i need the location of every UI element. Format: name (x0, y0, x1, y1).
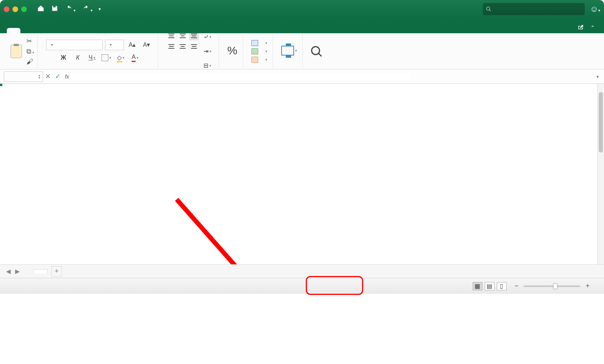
ribbon-tabs: ⌃ (0, 18, 604, 33)
zoom-slider[interactable]: − + (513, 282, 591, 290)
clipboard-group: ✂ ⧉▾ 🖌 (7, 35, 38, 68)
undo-icon[interactable]: ▾ (65, 5, 76, 14)
tab-view[interactable] (88, 28, 102, 33)
styles-group: ▾ ▾ ▾ (246, 35, 273, 68)
format-painter-icon[interactable]: 🖌 (26, 58, 34, 66)
page-layout-view-button[interactable]: ▤ (485, 282, 495, 290)
cell-styles-button[interactable]: ▾ (251, 57, 267, 63)
zoom-window-button[interactable] (21, 6, 27, 12)
redo-icon[interactable]: ▾ (82, 5, 92, 14)
formula-input[interactable] (71, 73, 411, 80)
annotation-arrow (175, 198, 379, 264)
svg-line-1 (489, 10, 491, 11)
increase-font-icon[interactable]: A▴ (126, 39, 138, 51)
search-input[interactable] (493, 6, 581, 12)
paste-icon[interactable] (10, 44, 23, 59)
share-button[interactable]: ⌃ (575, 24, 597, 33)
save-icon[interactable] (51, 5, 59, 14)
search-box[interactable] (483, 3, 585, 15)
fx-label[interactable]: fx (65, 74, 69, 80)
page-break-view-button[interactable]: ▯ (497, 282, 507, 290)
collapse-ribbon-icon[interactable]: ⌃ (590, 25, 595, 31)
alignment-group: ⤶▾ ⇥▾ ⊟▾ (161, 35, 219, 68)
vertical-scrollbar[interactable] (597, 84, 604, 264)
enter-edit-icon[interactable]: ✓ (55, 72, 60, 80)
ribbon: ✂ ⧉▾ 🖌 ▾ ▾ A▴ A▾ Ж К Ч▾ ▾ ◇▾ А▾ (0, 33, 604, 69)
sheet-tab-bar: ◀ ▶ + (0, 264, 604, 278)
align-bottom-right[interactable] (189, 42, 199, 51)
name-box[interactable]: ▴▾ (4, 71, 43, 82)
formula-bar: ▴▾ ✕ ✓ fx ▾ (0, 69, 604, 84)
borders-button[interactable]: ▾ (100, 52, 112, 63)
align-bottom-left[interactable] (166, 42, 176, 51)
tab-review[interactable] (75, 28, 88, 33)
status-bar: ▦ ▤ ▯ − + (0, 278, 604, 294)
normal-view-button[interactable]: ▦ (473, 282, 482, 290)
expand-formula-bar-icon[interactable]: ▾ (596, 74, 599, 79)
sheet-nav-prev[interactable]: ◀ (4, 268, 13, 275)
tab-home[interactable] (7, 28, 20, 33)
tab-insert[interactable] (20, 28, 34, 33)
bold-button[interactable]: Ж (57, 52, 69, 63)
add-sheet-button[interactable]: + (51, 266, 62, 277)
feedback-smile-icon[interactable]: ☺▾ (590, 4, 600, 14)
sheet-tab[interactable] (33, 269, 48, 273)
indent-button[interactable]: ⊟▾ (201, 60, 213, 71)
annotation-sum-highlight (306, 276, 363, 295)
qat-customize-icon[interactable]: ▾ (99, 6, 101, 12)
svg-point-0 (486, 7, 490, 10)
merge-button[interactable]: ⇥▾ (201, 46, 213, 57)
number-group: % (222, 35, 243, 68)
cut-icon[interactable]: ✂ (26, 37, 34, 45)
font-name-dropdown[interactable]: ▾ (46, 40, 103, 50)
find-icon[interactable] (311, 46, 320, 55)
zoom-out-button[interactable]: − (513, 282, 520, 290)
cells-group: ▾ (276, 35, 303, 68)
percent-icon[interactable]: % (227, 44, 237, 57)
format-as-table-button[interactable]: ▾ (251, 48, 267, 54)
tab-page-layout[interactable] (34, 28, 48, 33)
cells-icon[interactable] (281, 46, 294, 56)
tab-formulas[interactable] (48, 28, 61, 33)
close-window-button[interactable] (4, 6, 9, 12)
tab-data[interactable] (61, 28, 75, 33)
conditional-formatting-button[interactable]: ▾ (251, 40, 267, 46)
home-icon[interactable] (37, 5, 45, 14)
font-group: ▾ ▾ A▴ A▾ Ж К Ч▾ ▾ ◇▾ А▾ (41, 35, 158, 68)
window-controls (4, 6, 27, 12)
editing-group (306, 35, 325, 68)
zoom-in-button[interactable]: + (584, 282, 591, 290)
align-bottom-center[interactable] (178, 42, 188, 51)
fill-color-button[interactable]: ◇▾ (115, 52, 127, 63)
svg-line-2 (177, 199, 319, 264)
cancel-edit-icon[interactable]: ✕ (45, 72, 51, 80)
minimize-window-button[interactable] (12, 6, 18, 12)
decrease-font-icon[interactable]: A▾ (140, 39, 153, 51)
italic-button[interactable]: К (72, 52, 84, 63)
copy-icon[interactable]: ⧉▾ (26, 48, 34, 56)
spreadsheet-grid[interactable] (0, 84, 604, 264)
font-size-dropdown[interactable]: ▾ (105, 40, 124, 50)
title-bar: ▾ ▾ ▾ ☺▾ (0, 0, 604, 18)
sheet-nav-next[interactable]: ▶ (13, 268, 22, 275)
underline-button[interactable]: Ч▾ (86, 52, 98, 63)
font-color-button[interactable]: А▾ (129, 52, 141, 63)
